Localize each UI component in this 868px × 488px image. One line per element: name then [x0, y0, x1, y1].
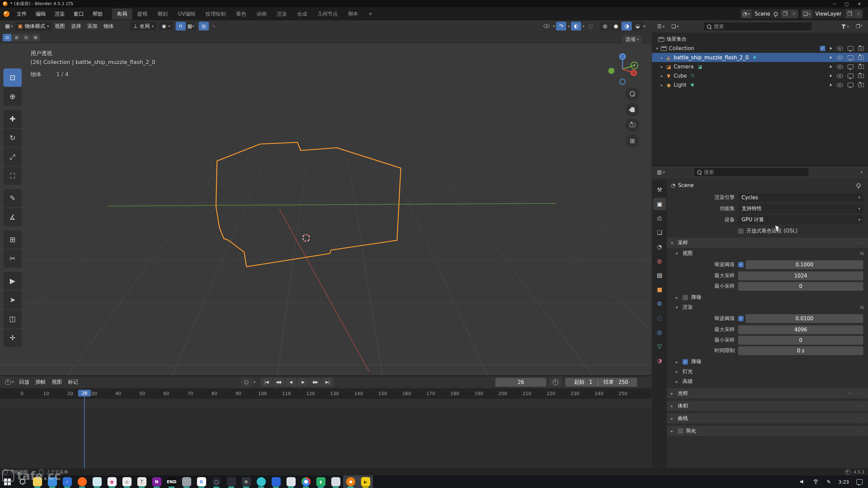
blender-menu-icon[interactable]	[3, 11, 9, 17]
render-denoise-header[interactable]: ▸✓降噪	[667, 357, 868, 367]
timeline-tracks[interactable]	[0, 399, 651, 469]
selectable-icon[interactable]	[830, 83, 832, 86]
selectable-icon[interactable]	[830, 65, 832, 68]
select-mode-subtract-button[interactable]: ⊟	[22, 34, 31, 41]
taskbar-blender-app[interactable]	[343, 475, 358, 488]
scissors-tool[interactable]: ✂	[3, 249, 22, 268]
workspace-tab-animation[interactable]: 动画	[251, 8, 272, 20]
curves-panel-header[interactable]: ▸曲线⁙⁙	[667, 413, 868, 424]
zoom-button[interactable]	[626, 87, 639, 101]
timeline-menu-marker[interactable]: 标记	[65, 378, 81, 387]
outliner-filter-button[interactable]: ▾	[839, 23, 851, 30]
ortho-grid-button[interactable]: ⊞	[626, 134, 639, 147]
proportional-falloff-selector[interactable]: ∿	[209, 22, 219, 30]
osl-checkbox[interactable]	[738, 228, 744, 234]
outliner-search-input[interactable]: 搜索	[704, 22, 812, 31]
tab-world[interactable]: ◍	[653, 255, 666, 267]
selectable-icon[interactable]	[830, 56, 832, 59]
outliner-row-cube[interactable]: ▸ ▼ Cube ▽	[652, 71, 868, 80]
viewport-disable-icon[interactable]	[848, 46, 853, 50]
jump-to-end-button[interactable]: ▶|	[322, 378, 333, 387]
viewport-noise-threshold-field[interactable]: 0.1000	[746, 260, 863, 269]
add-cube-tool[interactable]: ⊞	[3, 230, 22, 249]
render-engine-dropdown[interactable]: Cycles▾	[738, 193, 863, 202]
workspace-tab-modeling[interactable]: 建模	[132, 8, 153, 20]
properties-search-input[interactable]: 搜索	[694, 168, 809, 177]
tab-scene[interactable]: ◔	[653, 241, 666, 253]
prev-keyframe-button[interactable]: ◀◆	[273, 378, 284, 387]
use-preview-range-button[interactable]	[549, 378, 562, 387]
viewlayer-new-icon[interactable]: ❐	[846, 9, 854, 18]
viewport-noise-checkbox[interactable]: ✓	[738, 262, 744, 267]
outliner-row-light[interactable]: ▸ ◉ Light ✺	[652, 80, 868, 89]
frame-range-fields[interactable]: 起始 1 | 结束 250	[565, 378, 637, 387]
expand-icon[interactable]: ▸	[661, 64, 666, 69]
device-dropdown[interactable]: GPU 计算▾	[738, 216, 863, 224]
sampling-panel-header[interactable]: ▾采样⁙⁙	[667, 237, 868, 248]
select-box-tool[interactable]: ⊡	[3, 68, 22, 87]
mode-selector[interactable]: ▣ 物体模式 ▾	[15, 22, 52, 30]
gizmo-box-tool[interactable]: ◫	[3, 310, 22, 328]
collection-checkbox[interactable]: ✓	[820, 46, 825, 51]
tab-collection[interactable]: ▤	[653, 269, 666, 281]
viewport-disable-icon[interactable]	[848, 55, 853, 60]
end-frame-value[interactable]: 250	[618, 379, 628, 385]
next-keyframe-button[interactable]: ◆▶	[310, 378, 321, 387]
simplify-panel-header[interactable]: ▸简化⁙⁙	[667, 425, 868, 436]
timeline-ruler[interactable]: 0102030405060708090100110120130140150160…	[0, 389, 651, 399]
show-gizmo-toggle[interactable]: ↷	[556, 22, 566, 30]
taskbar-app-todo-check[interactable]: ✓	[60, 475, 75, 488]
menu-edit[interactable]: 编辑	[31, 11, 50, 17]
tab-material[interactable]: ◑	[653, 354, 666, 367]
pivot-point-selector[interactable]: ◉ ▾	[159, 22, 173, 30]
wifi-icon[interactable]	[812, 480, 819, 484]
menu-file[interactable]: 文件	[12, 11, 31, 17]
tab-particles[interactable]: ◌	[653, 312, 666, 324]
render-disable-icon[interactable]	[858, 56, 864, 60]
workspace-tab-geometry-nodes[interactable]: 几何节点	[312, 8, 343, 20]
feature-set-dropdown[interactable]: 支持特性▾	[738, 204, 863, 213]
minimize-button[interactable]: ─	[833, 1, 836, 6]
snap-toggle[interactable]: ∩	[176, 22, 186, 30]
annotate-tool[interactable]: ✎	[3, 189, 22, 207]
taskbar-edge[interactable]	[254, 475, 269, 488]
show-overlays-toggle[interactable]: ◐	[571, 22, 581, 30]
close-button[interactable]: ✕	[857, 1, 861, 6]
shading-solid-button[interactable]: ●	[611, 22, 621, 30]
timeline-menu-view[interactable]: 视图	[49, 378, 65, 387]
hide-icon[interactable]	[837, 56, 843, 60]
taskbar-settings[interactable]: ⚙	[239, 475, 254, 488]
viewlayer-browse-icon[interactable]: ❏ ▾	[802, 9, 812, 18]
workspace-tab-shading[interactable]: 着色	[231, 8, 251, 20]
expand-icon[interactable]: ▸	[661, 83, 666, 87]
new-collection-button[interactable]: ❐⁺	[853, 22, 865, 30]
workspace-tab-layout[interactable]: 布局	[112, 8, 132, 20]
viewport-disable-icon[interactable]	[848, 83, 853, 87]
taskbar-onenote[interactable]: N	[149, 475, 164, 488]
taskbar-obs[interactable]: ◯	[209, 475, 224, 488]
viewport-menu-object[interactable]: 物体	[100, 22, 117, 31]
proportional-editing-toggle[interactable]: ◎	[199, 22, 209, 30]
camera-view-button[interactable]	[626, 118, 639, 132]
region-play-tool[interactable]: ▶	[3, 272, 22, 290]
move-tool[interactable]: ✚	[3, 110, 22, 128]
taskbar-firefox[interactable]	[75, 475, 90, 488]
viewport-denoise-checkbox[interactable]	[683, 295, 688, 300]
volume-icon[interactable]	[800, 480, 805, 484]
timeline-menu-keying[interactable]: 插帧	[33, 378, 49, 387]
scene-name[interactable]: Scene	[751, 11, 774, 17]
taskbar-wechat[interactable]: ◖	[313, 475, 328, 488]
taskbar-app-gray[interactable]	[283, 475, 298, 488]
menu-render[interactable]: 渲染	[50, 11, 69, 17]
clock[interactable]: 3:23	[839, 479, 849, 485]
advanced-panel-header[interactable]: ▸高级	[667, 377, 868, 386]
action-center-icon[interactable]	[856, 479, 863, 485]
pin-icon[interactable]	[856, 183, 861, 187]
taskbar-app-notes[interactable]	[90, 475, 104, 488]
playhead-badge[interactable]: 26	[78, 390, 91, 396]
taskbar-utility-app[interactable]	[179, 475, 194, 488]
measure-tool[interactable]: ∡	[3, 208, 22, 226]
maximize-button[interactable]: ▢	[845, 1, 849, 6]
taskbar-zbrush[interactable]: ᛉ	[134, 475, 149, 488]
volumes-panel-header[interactable]: ▸体积⁙⁙	[667, 400, 868, 411]
